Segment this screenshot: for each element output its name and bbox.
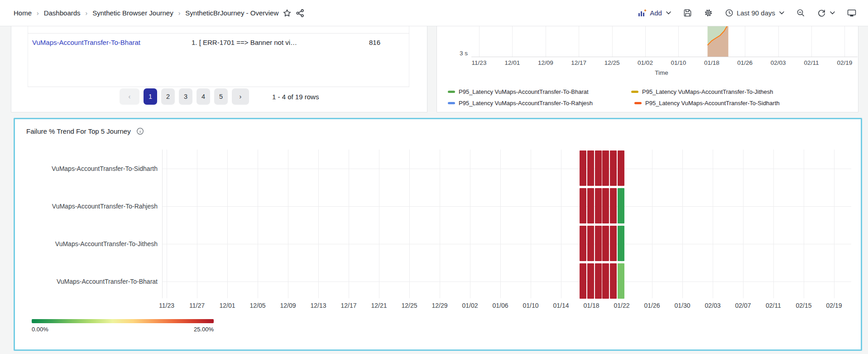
tv-mode-button[interactable] <box>847 9 856 17</box>
heatmap-cell <box>587 226 594 261</box>
breadcrumb-separator-icon: › <box>178 10 181 17</box>
x-tick-label: 02/11 <box>766 302 781 309</box>
x-tick-label: 01/10 <box>523 302 538 309</box>
x-tick-label: 01/06 <box>492 302 508 309</box>
add-button[interactable]: Add <box>638 9 671 17</box>
breadcrumb-item[interactable]: Home <box>14 9 32 17</box>
heatmap-cell <box>587 188 594 223</box>
legend-item[interactable]: P95_Latency VuMaps-AccountTransfer-To-Ji… <box>631 87 773 96</box>
heatmap-cell <box>580 188 586 223</box>
panel-failure-trend-heatmap: Failure % Trend For Top 5 Journey VuMaps… <box>14 118 862 351</box>
x-tick-label: 01/22 <box>614 302 629 309</box>
breadcrumb-separator-icon: › <box>37 10 39 17</box>
journey-link[interactable]: VuMaps-AccountTransfer-To-Bharat <box>32 39 140 46</box>
chevron-down-icon <box>779 11 784 15</box>
heatmap-cell <box>602 263 609 299</box>
breadcrumb: Home›Dashboards›Synthetic Browser Journe… <box>14 9 278 17</box>
zoom-out-button[interactable] <box>796 9 805 17</box>
gridline <box>167 150 167 298</box>
x-tick-label: 12/17 <box>571 59 586 66</box>
colorbar-min-label: 0.00% <box>32 326 48 333</box>
pagination-page-button[interactable]: 2 <box>161 88 175 105</box>
gridline <box>500 150 501 298</box>
heatmap-cell <box>580 263 586 299</box>
gridline <box>258 150 258 298</box>
legend-item[interactable]: P95_Latency VuMaps-AccountTransfer-To-Ra… <box>448 98 593 107</box>
pagination-page-button[interactable]: 1 <box>144 88 157 105</box>
legend-item[interactable]: P95_Latency VuMaps-AccountTransfer-To-Bh… <box>448 87 589 96</box>
time-range-button[interactable]: Last 90 days <box>725 9 784 17</box>
table-row-separator-bottom <box>28 87 409 87</box>
heatmap-cell <box>580 150 586 186</box>
magnifier-minus-icon <box>796 9 805 17</box>
table-border-left <box>28 26 28 87</box>
gridline <box>743 150 743 298</box>
save-button[interactable] <box>683 9 692 17</box>
gridline <box>349 150 349 298</box>
gridline <box>713 150 713 298</box>
panel-title[interactable]: Failure % Trend For Top 5 Journey <box>26 127 131 135</box>
table-row-separator-top <box>28 33 409 34</box>
x-tick-label: 12/25 <box>604 59 620 66</box>
heatmap-cell <box>618 188 624 223</box>
gridline <box>470 150 470 298</box>
heatmap-row-label: VuMaps-AccountTransfer-To-Jithesh <box>22 239 158 248</box>
gridline <box>162 169 851 169</box>
time-range-label: Last 90 days <box>737 9 775 17</box>
save-icon <box>683 9 692 17</box>
breadcrumb-separator-icon: › <box>86 10 88 17</box>
x-tick-label: 12/25 <box>401 302 417 309</box>
heatmap-cell <box>587 263 594 299</box>
heatmap-cell <box>580 226 586 261</box>
x-tick-label: 01/02 <box>462 302 478 309</box>
gridline <box>561 150 561 298</box>
gridline <box>773 150 774 298</box>
bar-chart-plus-icon <box>638 9 647 17</box>
panel-header[interactable]: Failure % Trend For Top 5 Journey <box>26 127 144 135</box>
gridline <box>162 206 851 207</box>
share-icon[interactable] <box>296 9 305 18</box>
gridline <box>652 150 652 298</box>
pagination-page-button[interactable]: 4 <box>197 88 210 105</box>
dashboard-toolbar: Home›Dashboards›Synthetic Browser Journe… <box>0 0 868 26</box>
pagination-info: 1 - 4 of 19 rows <box>272 93 319 101</box>
x-tick-label: 12/13 <box>310 302 326 309</box>
gridline <box>288 150 288 298</box>
heatmap-cell <box>602 150 609 186</box>
gridline <box>531 150 531 298</box>
x-tick-label: 12/01 <box>219 302 235 309</box>
heatmap-cell <box>610 188 617 223</box>
x-tick-label: 01/26 <box>737 59 753 66</box>
settings-button[interactable] <box>704 9 713 17</box>
breadcrumb-item[interactable]: Dashboards <box>44 9 81 17</box>
refresh-button[interactable] <box>817 9 835 17</box>
x-tick-label: 01/26 <box>644 302 660 309</box>
gridline <box>162 281 851 282</box>
pagination-next-button[interactable]: › <box>232 88 249 105</box>
panel-top-errors-table: VuMaps-AccountTransfer-To-Bharat 1. [ ER… <box>11 26 427 112</box>
monitor-icon <box>847 9 856 17</box>
refresh-icon <box>817 9 826 17</box>
pagination-page-button[interactable]: 3 <box>179 88 192 105</box>
table-border-right <box>409 26 409 87</box>
breadcrumb-item[interactable]: Synthetic Browser Journey <box>92 9 173 17</box>
legend-label: P95_Latency VuMaps-AccountTransfer-To-Ji… <box>642 88 773 95</box>
heatmap-cell <box>587 150 594 186</box>
gear-icon <box>704 9 713 17</box>
chevron-down-icon <box>666 11 671 15</box>
star-icon[interactable] <box>283 9 292 18</box>
heatmap-cell <box>602 226 609 261</box>
chevron-down-icon <box>830 11 835 15</box>
heatmap-row-label: VuMaps-AccountTransfer-To-Sidharth <box>22 164 158 173</box>
pagination: ‹12345› <box>120 88 249 105</box>
breadcrumb-item[interactable]: SyntheticBrJourney - Overview <box>185 9 278 17</box>
pagination-prev-button[interactable]: ‹ <box>120 88 139 105</box>
x-tick-label: 02/03 <box>771 59 786 66</box>
gridline <box>682 150 683 298</box>
x-tick-label: 02/07 <box>735 302 751 309</box>
legend-item[interactable]: P95_Latency VuMaps-AccountTransfer-To-Si… <box>634 98 780 107</box>
x-tick-label: 12/17 <box>340 302 356 309</box>
info-icon[interactable] <box>136 127 144 135</box>
pagination-page-button[interactable]: 5 <box>214 88 228 105</box>
legend-label: P95_Latency VuMaps-AccountTransfer-To-Ra… <box>459 100 593 107</box>
